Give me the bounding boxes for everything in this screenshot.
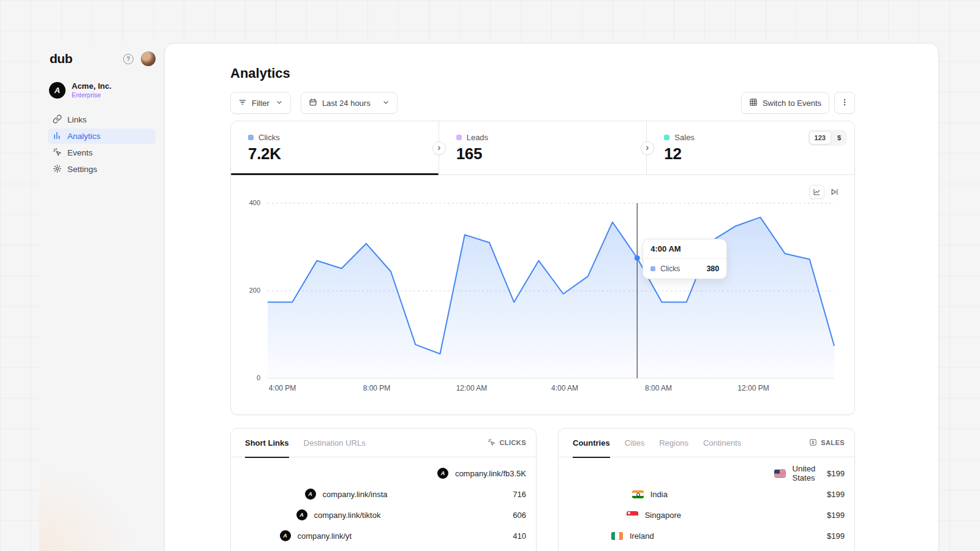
short-link-value: 410	[513, 531, 526, 541]
date-range-label: Last 24 hours	[322, 99, 371, 108]
funnel-chart-toggle[interactable]	[827, 185, 842, 199]
stat-tab-leads[interactable]: Leads 165	[439, 121, 647, 174]
country-label: India	[650, 490, 668, 499]
clicks-time-series-chart: 0200400 4:00 PM8:00 PM12:00 AM4:00 AM8:0…	[231, 175, 854, 414]
country-row[interactable]: United States$199	[568, 464, 845, 482]
short-link-row[interactable]: Acompany.link/tiktok606	[241, 506, 526, 524]
sales-metric-button[interactable]: $ SALES	[809, 438, 845, 448]
cursor-click-icon	[53, 148, 62, 159]
short-link-row[interactable]: Acompany.link/insta716	[241, 485, 526, 503]
country-label: United States	[793, 464, 827, 482]
cursor-click-icon	[488, 438, 496, 448]
chevron-down-icon	[276, 99, 283, 108]
country-value: $199	[827, 511, 845, 520]
kebab-icon	[840, 98, 849, 108]
tab-destination-urls[interactable]: Destination URLs	[304, 429, 366, 457]
sales-amount-toggle[interactable]: $	[832, 132, 846, 144]
sidebar-item-label: Analytics	[67, 132, 100, 141]
sidebar-item-label: Events	[67, 148, 92, 157]
sidebar-item-label: Settings	[67, 165, 97, 174]
short-link-value: 716	[513, 490, 526, 499]
countries-panel: CountriesCitiesRegionsContinents $ SALES…	[558, 428, 855, 551]
stat-tab-clicks[interactable]: Clicks 7.2K	[231, 121, 439, 174]
metric-label: CLICKS	[499, 439, 526, 446]
short-link-value: 3.5K	[510, 469, 526, 478]
link-favicon: A	[305, 489, 316, 500]
short-link-row[interactable]: Acompany.link/fb3.5K	[241, 464, 526, 482]
stat-value: 12	[664, 144, 854, 163]
leads-dot	[456, 135, 462, 140]
country-value: $199	[827, 469, 845, 478]
chart-tooltip: 4:00 AM Clicks 380	[643, 239, 727, 279]
clicks-metric-button[interactable]: CLICKS	[488, 438, 526, 448]
dub-logo: dub	[48, 51, 72, 66]
short-links-panel-header: Short LinksDestination URLs CLICKS	[231, 429, 536, 457]
x-tick-label: 8:00 PM	[363, 384, 391, 392]
flag-icon-ie	[611, 532, 623, 540]
country-value: $199	[827, 531, 845, 541]
country-row[interactable]: Singapore$199	[568, 506, 845, 524]
sidebar-item-settings[interactable]: Settings	[48, 162, 156, 177]
date-range-button[interactable]: Last 24 hours	[301, 92, 398, 114]
sidebar-item-events[interactable]: Events	[48, 145, 156, 160]
y-tick-label: 0	[237, 374, 260, 381]
sidebar: dub ? A Acme, Inc. Enterprise Links Anal…	[39, 43, 164, 551]
sidebar-nav: Links Analytics Events Settings	[48, 112, 156, 177]
x-tick-label: 4:00 PM	[269, 384, 296, 392]
country-row[interactable]: Ireland$199	[568, 527, 845, 545]
bar-chart-icon	[53, 131, 62, 142]
countries-panel-header: CountriesCitiesRegionsContinents $ SALES	[559, 429, 854, 457]
clicks-dot	[248, 135, 254, 140]
help-icon[interactable]: ?	[123, 54, 134, 64]
y-tick-label: 400	[237, 199, 260, 206]
sidebar-item-analytics[interactable]: Analytics	[48, 129, 156, 144]
sidebar-item-label: Links	[67, 115, 87, 124]
line-chart-toggle[interactable]	[809, 185, 824, 199]
calendar-icon	[309, 98, 317, 108]
flag-icon-in	[632, 490, 644, 498]
switch-to-events-button[interactable]: Switch to Events	[741, 92, 829, 114]
country-label: Ireland	[630, 531, 654, 541]
page-title: Analytics	[230, 66, 290, 81]
chevron-right-icon[interactable]	[432, 141, 446, 155]
chevron-right-icon[interactable]	[641, 141, 654, 155]
short-link-label: company.link/tiktok	[314, 511, 381, 520]
stat-value: 7.2K	[248, 144, 439, 163]
svg-text:$: $	[812, 440, 815, 445]
flag-icon-sg	[627, 511, 638, 519]
filter-icon	[238, 98, 247, 108]
tab-continents[interactable]: Continents	[703, 429, 741, 457]
country-label: Singapore	[645, 511, 681, 520]
workspace-plan-badge: Enterprise	[72, 91, 111, 99]
area-chart-svg[interactable]	[231, 175, 854, 414]
filter-button[interactable]: Filter	[230, 92, 291, 114]
tab-countries[interactable]: Countries	[573, 429, 610, 457]
tab-regions[interactable]: Regions	[659, 429, 688, 457]
country-row[interactable]: India$199	[568, 485, 845, 503]
stat-tab-sales[interactable]: Sales 12 123 $	[646, 121, 854, 174]
flag-icon-us	[774, 470, 786, 478]
short-link-label: company.link/fb	[455, 469, 510, 478]
filter-label: Filter	[252, 99, 270, 108]
x-tick-label: 4:00 AM	[551, 384, 578, 392]
tab-cities[interactable]: Cities	[625, 429, 645, 457]
dollar-icon: $	[809, 438, 817, 448]
analytics-chart-card: Clicks 7.2K Leads 165 Sales 12 123	[230, 121, 855, 415]
short-link-value: 606	[513, 511, 526, 520]
workspace-switcher[interactable]: A Acme, Inc. Enterprise	[49, 82, 156, 99]
y-tick-label: 200	[237, 287, 260, 294]
short-links-panel: Short LinksDestination URLs CLICKS Acomp…	[230, 428, 537, 551]
stat-label: Sales	[674, 133, 695, 142]
link-favicon: A	[437, 468, 448, 479]
short-link-row[interactable]: Acompany.link/yt410	[241, 527, 526, 545]
switch-to-events-label: Switch to Events	[763, 99, 821, 108]
tab-short-links[interactable]: Short Links	[245, 429, 289, 457]
link-favicon: A	[280, 530, 291, 541]
metric-label: SALES	[821, 439, 845, 446]
workspace-name: Acme, Inc.	[72, 82, 111, 91]
chevron-down-icon	[382, 99, 390, 108]
sales-count-toggle[interactable]: 123	[809, 131, 831, 144]
sidebar-item-links[interactable]: Links	[48, 112, 156, 127]
user-avatar[interactable]	[141, 51, 156, 66]
more-menu-button[interactable]	[834, 92, 855, 114]
